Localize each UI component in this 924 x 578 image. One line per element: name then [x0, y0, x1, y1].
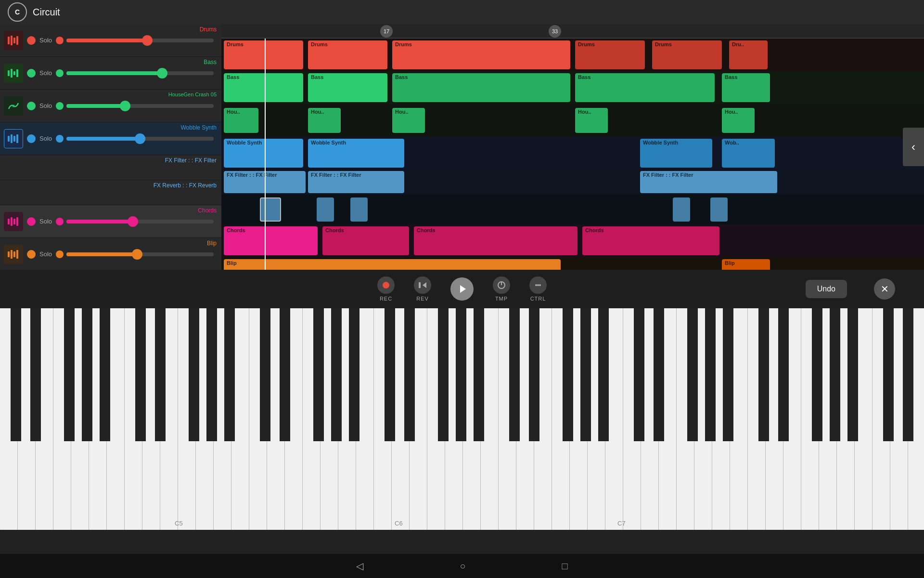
- undo-button[interactable]: Undo: [806, 280, 847, 298]
- clip-drums-3[interactable]: Drums: [575, 40, 645, 69]
- slider-thumb-drums[interactable]: [142, 35, 153, 46]
- tracks-panel: Drums Solo Bass Solo HouseGen Crash 05: [0, 24, 221, 270]
- mute-chords[interactable]: [27, 217, 36, 226]
- slider-chords[interactable]: [66, 220, 214, 223]
- slider-thumb-wobble[interactable]: [135, 133, 145, 144]
- svg-rect-13: [8, 219, 10, 224]
- clip-blip-0[interactable]: Blip: [224, 259, 561, 270]
- solo-housegen[interactable]: Solo: [39, 102, 52, 109]
- clip-fx-filter-2[interactable]: FX Filter : : FX Filter: [640, 171, 777, 193]
- clip-wobble-3[interactable]: Wob..: [722, 139, 775, 168]
- clip-drums-5[interactable]: Dru..: [729, 40, 768, 69]
- mute-bass[interactable]: [27, 69, 36, 78]
- svg-point-37: [537, 284, 539, 286]
- solo-bass[interactable]: Solo: [39, 69, 52, 77]
- svg-point-36: [535, 284, 537, 286]
- app-logo[interactable]: C: [8, 2, 27, 22]
- slider-thumb-chords[interactable]: [128, 216, 138, 227]
- clip-housegen-3[interactable]: Hou..: [575, 108, 608, 133]
- clip-fx-reverb-4[interactable]: [710, 197, 728, 222]
- tmp-button[interactable]: TMP: [493, 276, 510, 302]
- ctrl-button[interactable]: CTRL: [529, 276, 547, 302]
- clip-bass-3[interactable]: Bass: [575, 73, 715, 102]
- svg-rect-9: [8, 136, 10, 142]
- svg-rect-4: [8, 70, 10, 76]
- clip-housegen-1[interactable]: Hou..: [308, 108, 341, 133]
- nav-recents[interactable]: □: [562, 561, 568, 572]
- slider-bass[interactable]: [66, 71, 214, 75]
- svg-point-38: [539, 284, 541, 286]
- rec-button[interactable]: REC: [377, 276, 395, 302]
- rev-button[interactable]: REV: [414, 276, 431, 302]
- clip-drums-0[interactable]: Drums: [224, 40, 303, 69]
- mute-drums[interactable]: [27, 36, 36, 45]
- clip-wobble-2[interactable]: Wobble Synth: [640, 139, 712, 168]
- solo-wobble[interactable]: Solo: [39, 135, 52, 142]
- clip-chords-3[interactable]: Chords: [582, 226, 719, 255]
- clip-housegen-2[interactable]: Hou..: [392, 108, 425, 133]
- mute-housegen[interactable]: [27, 102, 36, 110]
- mute-wobble[interactable]: [27, 134, 36, 143]
- track-icon-blip[interactable]: [4, 245, 23, 264]
- svg-rect-11: [13, 136, 15, 142]
- clip-chords-0[interactable]: Chords: [224, 226, 318, 255]
- clip-housegen-0[interactable]: Hou..: [224, 108, 258, 133]
- track-icon-wobble[interactable]: [4, 129, 23, 148]
- track-row-housegen: HouseGen Crash 05 Solo: [0, 90, 221, 122]
- track-label-chords: Chords: [198, 207, 217, 214]
- slider-drums[interactable]: [66, 39, 214, 42]
- tl-row-fx-filter: FX Filter : : FX Filter FX Filter : : FX…: [221, 170, 924, 195]
- clip-fx-reverb-0[interactable]: [260, 197, 281, 222]
- mute-blip[interactable]: [27, 250, 36, 259]
- clip-chords-2[interactable]: Chords: [414, 226, 578, 255]
- clip-bass-0[interactable]: Bass: [224, 73, 303, 102]
- clip-bass-4[interactable]: Bass: [722, 73, 770, 102]
- track-label-drums: Drums: [200, 26, 217, 33]
- clip-bass-2[interactable]: Bass: [392, 73, 570, 102]
- svg-rect-10: [11, 134, 13, 143]
- clip-drums-1[interactable]: Drums: [308, 40, 387, 69]
- solo-blip[interactable]: Solo: [39, 250, 52, 258]
- nav-back[interactable]: ◁: [356, 560, 363, 572]
- back-arrow-button[interactable]: ‹: [903, 128, 924, 166]
- slider-thumb-blip[interactable]: [132, 249, 142, 260]
- track-row-chords: Chords Solo: [0, 205, 221, 238]
- piano-white-keys: [0, 308, 924, 530]
- track-icon-housegen[interactable]: [4, 96, 23, 116]
- play-button[interactable]: [450, 277, 474, 301]
- clip-fx-reverb-3[interactable]: [673, 197, 690, 222]
- slider-thumb-housegen[interactable]: [120, 101, 130, 111]
- svg-rect-2: [13, 38, 15, 43]
- clip-drums-2[interactable]: Drums: [392, 40, 570, 69]
- track-icon-chords[interactable]: [4, 212, 23, 231]
- clip-bass-1[interactable]: Bass: [308, 73, 387, 102]
- top-bar: C Circuit: [0, 0, 924, 24]
- track-icon-bass[interactable]: [4, 64, 23, 83]
- clip-fx-reverb-1[interactable]: [317, 197, 334, 222]
- nav-home[interactable]: ○: [460, 561, 465, 572]
- clip-wobble-0[interactable]: Wobble Synth: [224, 139, 303, 168]
- track-row-fx-filter: FX Filter : : FX Filter: [0, 155, 221, 180]
- tl-row-wobble: Wobble Synth Wobble Synth Wobble Synth W…: [221, 137, 924, 170]
- piano-label-c6: C6: [395, 520, 403, 527]
- slider-blip[interactable]: [66, 252, 214, 256]
- clip-blip-1[interactable]: Blip: [722, 259, 770, 270]
- svg-rect-32: [419, 282, 421, 288]
- close-button[interactable]: ✕: [874, 278, 895, 300]
- clip-fx-reverb-2[interactable]: [350, 197, 368, 222]
- track-row-blip: Blip Solo: [0, 238, 221, 270]
- clip-housegen-4[interactable]: Hou..: [722, 108, 755, 133]
- track-label-housegen: HouseGen Crash 05: [168, 92, 217, 97]
- solo-drums[interactable]: Solo: [39, 37, 52, 44]
- slider-thumb-bass[interactable]: [157, 68, 167, 79]
- svg-marker-33: [460, 285, 466, 293]
- solo-chords[interactable]: Solo: [39, 218, 52, 225]
- track-icon-drums[interactable]: [4, 31, 23, 50]
- clip-fx-filter-1[interactable]: FX Filter : : FX Filter: [308, 171, 404, 193]
- slider-wobble[interactable]: [66, 137, 214, 141]
- clip-wobble-1[interactable]: Wobble Synth: [308, 139, 404, 168]
- clip-drums-4[interactable]: Drums: [652, 40, 722, 69]
- slider-housegen[interactable]: [66, 104, 214, 108]
- clip-chords-1[interactable]: Chords: [322, 226, 409, 255]
- svg-rect-1: [11, 36, 13, 45]
